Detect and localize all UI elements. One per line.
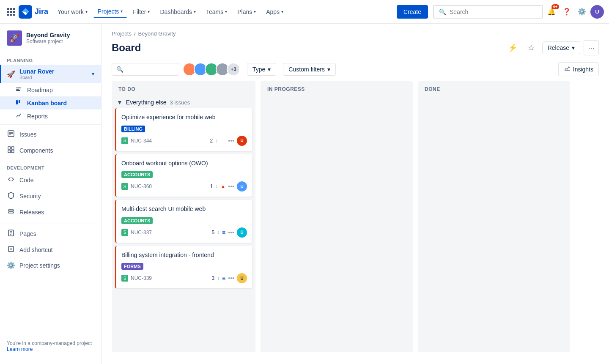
svg-rect-6 bbox=[7, 14, 9, 16]
nav-projects[interactable]: Projects ▾ bbox=[93, 5, 127, 18]
settings-button[interactable]: ⚙️ bbox=[575, 5, 589, 19]
svg-rect-13 bbox=[16, 100, 18, 104]
sidebar-item-pages[interactable]: Pages bbox=[0, 226, 101, 242]
sidebar-item-releases[interactable]: Releases bbox=[0, 204, 101, 220]
breadcrumb-beyond-gravity[interactable]: Beyond Gravity bbox=[138, 30, 176, 37]
more-options-button[interactable]: ··· bbox=[584, 40, 599, 55]
sort-icon-4: ↕ bbox=[217, 275, 219, 281]
kanban-card-1[interactable]: Optimize experience for mobile web BILLI… bbox=[115, 108, 252, 151]
card-1-avatar: U bbox=[237, 136, 247, 146]
svg-rect-8 bbox=[13, 14, 15, 16]
project-icon: 🚀 bbox=[7, 30, 22, 46]
sidebar-item-add-shortcut[interactable]: Add shortcut bbox=[0, 242, 101, 258]
svg-rect-21 bbox=[8, 150, 11, 153]
project-name: Beyond Gravity bbox=[26, 32, 70, 38]
add-shortcut-icon bbox=[7, 245, 15, 255]
release-button[interactable]: Release ▾ bbox=[542, 41, 580, 54]
sidebar-item-kanban-board[interactable]: Kanban board bbox=[0, 96, 101, 109]
sidebar-item-lunar-rover[interactable]: 🚀 Lunar Rover Board ▾ bbox=[0, 65, 101, 83]
rocket-icon: 🚀 bbox=[7, 70, 15, 78]
sidebar-item-security[interactable]: Security bbox=[0, 188, 101, 204]
create-button[interactable]: Create bbox=[397, 5, 428, 19]
card-4-footer-right: 3 ↕ ≡ ••• U bbox=[211, 273, 247, 283]
more-icon-2[interactable]: ••• bbox=[228, 183, 234, 190]
priority-icon-2: ▲ bbox=[220, 183, 225, 189]
nav-filter[interactable]: Filter ▾ bbox=[129, 6, 154, 18]
code-icon bbox=[7, 175, 15, 185]
sidebar-item-components[interactable]: Components bbox=[0, 142, 101, 159]
board-toolbar-left: 🔍 +3 Type ▾ Custom filters ▾ bbox=[112, 63, 336, 76]
notifications-button[interactable]: 🔔 9+ bbox=[545, 5, 558, 19]
nav-teams[interactable]: Teams ▾ bbox=[202, 6, 231, 18]
nav-plans[interactable]: Plans ▾ bbox=[233, 6, 260, 18]
chevron-down-icon: ▾ bbox=[281, 9, 283, 14]
nav-dashboards[interactable]: Dashboards ▾ bbox=[156, 6, 200, 18]
board-toolbar: 🔍 +3 Type ▾ Custom filters ▾ bbox=[102, 62, 609, 81]
svg-rect-19 bbox=[8, 147, 11, 149]
chevron-down-icon: ▾ bbox=[121, 9, 123, 14]
jira-logo[interactable]: Jira bbox=[19, 5, 48, 19]
svg-rect-4 bbox=[10, 11, 12, 13]
svg-rect-23 bbox=[8, 210, 14, 211]
lightning-button[interactable]: ⚡ bbox=[505, 40, 520, 55]
breadcrumb: Projects / Beyond Gravity bbox=[102, 24, 609, 37]
collapse-icon: ▼ bbox=[117, 99, 123, 106]
notification-count: 9+ bbox=[551, 4, 559, 9]
chevron-down-icon: ▾ bbox=[92, 71, 94, 77]
sidebar-item-issues[interactable]: Issues bbox=[0, 126, 101, 142]
epic-group-name: Everything else bbox=[126, 99, 167, 106]
board-search-input[interactable] bbox=[126, 66, 173, 73]
custom-filters-label: Custom filters bbox=[288, 66, 325, 73]
sidebar-footer-link[interactable]: Learn more bbox=[7, 346, 94, 352]
card-4-id: NUC-339 bbox=[131, 275, 152, 281]
sort-icon-3: ↕ bbox=[217, 230, 219, 235]
help-button[interactable]: ❓ bbox=[560, 5, 573, 19]
svg-rect-20 bbox=[11, 147, 14, 149]
custom-filters-button[interactable]: Custom filters ▾ bbox=[283, 63, 336, 76]
chart-icon bbox=[564, 65, 571, 73]
column-todo-header: TO DO bbox=[112, 81, 255, 96]
search-input[interactable] bbox=[450, 8, 534, 15]
components-icon bbox=[7, 146, 15, 155]
chevron-down-icon: ▾ bbox=[327, 66, 330, 73]
nav-apps[interactable]: Apps ▾ bbox=[262, 6, 288, 18]
svg-rect-22 bbox=[11, 150, 14, 153]
lunar-rover-sublabel: Board bbox=[19, 75, 54, 80]
sidebar-project-header[interactable]: 🚀 Beyond Gravity Software project bbox=[0, 24, 101, 51]
sidebar-item-reports[interactable]: Reports bbox=[0, 109, 101, 123]
sidebar-item-roadmap[interactable]: Roadmap bbox=[0, 83, 101, 96]
story-icon-2: S bbox=[121, 183, 128, 190]
sidebar-item-code[interactable]: Code bbox=[0, 172, 101, 188]
more-icon-3[interactable]: ••• bbox=[228, 229, 234, 236]
card-3-avatar: U bbox=[237, 227, 247, 238]
avatar-more[interactable]: +3 bbox=[227, 63, 240, 76]
star-button[interactable]: ☆ bbox=[524, 40, 539, 55]
sidebar-footer: You're in a company-managed project Lear… bbox=[0, 335, 101, 357]
kanban-card-3[interactable]: Multi-dest search UI mobile web ACCOUNTS… bbox=[115, 200, 252, 243]
nav-your-work[interactable]: Your work ▾ bbox=[53, 6, 92, 18]
breadcrumb-projects[interactable]: Projects bbox=[112, 30, 132, 37]
board-search[interactable]: 🔍 bbox=[112, 63, 179, 76]
search-bar[interactable]: 🔍 bbox=[433, 5, 543, 19]
chevron-down-icon: ▾ bbox=[268, 66, 271, 73]
priority-icon-3: ≡ bbox=[222, 229, 225, 236]
kanban-card-2[interactable]: Onboard workout options (OWO) ACCOUNTS S… bbox=[115, 154, 252, 197]
main-content: Projects / Beyond Gravity Board ⚡ ☆ Rele… bbox=[102, 24, 609, 364]
sidebar-item-project-settings[interactable]: ⚙️ Project settings bbox=[0, 258, 101, 273]
insights-button[interactable]: Insights bbox=[558, 62, 599, 76]
more-icon-4[interactable]: ••• bbox=[228, 275, 234, 282]
kanban-card-4[interactable]: Billing system integration - frontend FO… bbox=[115, 246, 252, 289]
type-filter-button[interactable]: Type ▾ bbox=[247, 63, 276, 76]
epic-group-header[interactable]: ▼ Everything else 3 issues bbox=[115, 96, 252, 108]
chevron-down-icon: ▾ bbox=[225, 9, 227, 14]
svg-rect-7 bbox=[10, 14, 12, 16]
more-icon-1[interactable]: ••• bbox=[228, 137, 234, 144]
story-icon-1: S bbox=[121, 137, 128, 144]
priority-icon-1: — bbox=[220, 138, 225, 144]
grid-menu-icon[interactable] bbox=[5, 6, 17, 18]
card-2-avatar: U bbox=[237, 181, 247, 192]
lunar-rover-label: Lunar Rover bbox=[19, 68, 54, 75]
svg-rect-2 bbox=[13, 8, 15, 10]
board-area: TO DO ▼ Everything else 3 issues Optimiz… bbox=[102, 81, 609, 352]
user-avatar[interactable]: U bbox=[590, 5, 604, 19]
